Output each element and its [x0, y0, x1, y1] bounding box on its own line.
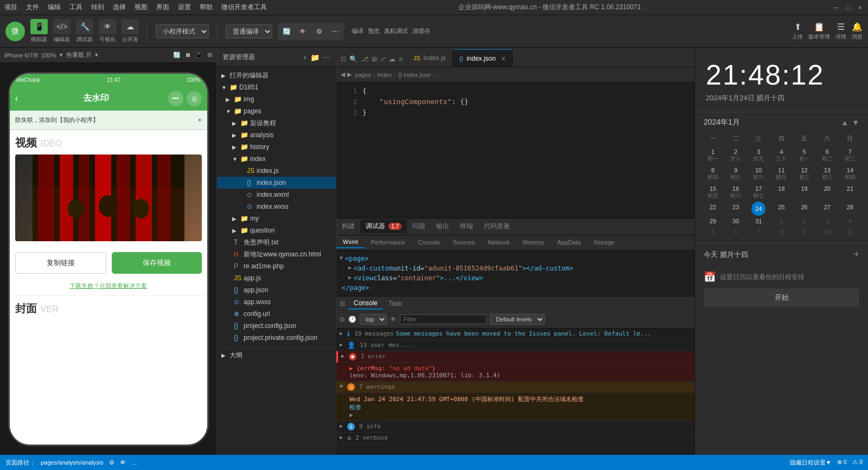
network-panel-tab[interactable]: Network [481, 237, 516, 248]
cal-day-n4[interactable]: 4 [839, 216, 861, 227]
cal-day-n1[interactable]: 1 [770, 216, 793, 227]
console-entry-info[interactable]: ▶ i 9 info [336, 421, 694, 433]
cal-day-n7[interactable]: 7 [747, 227, 770, 237]
bc-file[interactable]: {} index.json [398, 72, 431, 78]
branch-icon[interactable]: ⎇ [361, 55, 368, 63]
entry-expand-5[interactable]: ▶ [340, 423, 345, 429]
cal-day-n10[interactable]: 10 [816, 227, 839, 237]
cal-day-n9[interactable]: 9 [793, 227, 816, 237]
device-phone-icon[interactable]: 📱 [195, 51, 203, 59]
tab-close-icon[interactable]: × [501, 54, 506, 63]
cal-day-n11[interactable]: 11 [839, 227, 861, 237]
tree-item-index-folder[interactable]: ▼ 📁 index [217, 153, 336, 165]
cal-day-20[interactable]: 20 [816, 183, 839, 202]
eye-button[interactable]: 👁 [295, 24, 310, 39]
cal-day-7[interactable]: 7初三 [839, 146, 861, 165]
sources-panel-tab[interactable]: Sources [446, 237, 481, 248]
tab-index-json[interactable]: {} index.json × [453, 49, 513, 67]
tree-item-config-url[interactable]: ⊗ config.url [217, 308, 336, 320]
console-entry-messages[interactable]: ▶ ℹ 19 messages Some messages have been … [336, 329, 694, 340]
console-expand-icon[interactable]: ⊟ [340, 300, 345, 307]
close-button[interactable]: × [856, 4, 864, 11]
console-level-select[interactable]: Default levels [490, 314, 545, 325]
cal-day-9[interactable]: 9初八 [724, 165, 747, 183]
open-editors-header[interactable]: ▶ 打开的编辑器 [217, 69, 336, 81]
menu-edit[interactable]: 编辑 [48, 3, 61, 12]
memory-panel-tab[interactable]: Memory [516, 237, 551, 248]
statusbar-more-icon[interactable]: … [131, 459, 137, 466]
menu-project[interactable]: 项目 [4, 3, 17, 12]
menu-select[interactable]: 选择 [113, 3, 126, 12]
appdata-panel-tab[interactable]: AppData [551, 237, 587, 248]
menu-interface[interactable]: 界面 [156, 3, 169, 12]
tree-item-img[interactable]: ▶ 📁 img [217, 93, 336, 105]
expand-arrow-1[interactable]: ▼ [340, 255, 343, 261]
console-entry-warn[interactable]: ▼ ⚠ 7 warnings [336, 382, 694, 393]
settings-button[interactable]: ⚙ [311, 24, 327, 39]
window-controls[interactable]: ─ □ × [832, 4, 864, 11]
preview-label[interactable]: 预览 [368, 27, 380, 35]
expand-arrow-3[interactable]: ▶ [348, 274, 352, 280]
hot-reload-arrow[interactable]: ▾ [95, 51, 98, 59]
hot-reload-label[interactable]: 热重载 开 [66, 51, 92, 59]
new-file-icon[interactable]: + [303, 53, 307, 62]
bc-pages[interactable]: pages [355, 72, 371, 78]
cal-day-23[interactable]: 23 [724, 202, 747, 216]
performance-panel-tab[interactable]: Performance [365, 237, 412, 248]
console-clock-icon[interactable]: 🕐 [348, 316, 356, 323]
expand-icon[interactable]: ⤢ [380, 55, 386, 63]
cal-day-n2[interactable]: 2 [793, 216, 816, 227]
device-model[interactable]: iPhone 6/7/8 [4, 52, 38, 59]
cal-prev-btn[interactable]: ▲ [841, 118, 848, 127]
cal-day-19[interactable]: 19 [793, 183, 816, 202]
tree-item-history[interactable]: ▶ 📁 history [217, 141, 336, 153]
upload-tool[interactable]: ⬆ 上传 [792, 22, 803, 41]
terminal-tab[interactable]: 终端 [455, 220, 478, 233]
back-button[interactable]: ‹ [15, 93, 18, 104]
wxml-panel-tab[interactable]: Wxml [336, 236, 365, 248]
cal-day-11[interactable]: 11腊月 [770, 165, 793, 183]
tree-item-my[interactable]: ▶ 📁 my [217, 213, 336, 224]
menu-tools[interactable]: 工具 [69, 3, 82, 12]
outline-section[interactable]: ▶ 大纲 [217, 348, 336, 360]
banner-close-icon[interactable]: × [198, 117, 201, 123]
check-link[interactable]: 检查 [349, 403, 681, 411]
tree-item-jiashe[interactable]: ▶ 📁 架设教程 [217, 117, 336, 129]
cal-day-29[interactable]: 29 [701, 216, 724, 227]
console-filter-input[interactable] [400, 314, 487, 324]
menu-bar[interactable]: 项目 文件 编辑 工具 转到 选择 视图 界面 设置 帮助 微信开发者工具 [4, 3, 267, 12]
nav-forward-icon[interactable]: ▶ [347, 71, 352, 78]
cal-day-18[interactable]: 18 [770, 183, 793, 202]
compile-select[interactable]: 普通编译 [226, 24, 272, 38]
format-icon[interactable]: ≡ [399, 55, 403, 63]
menu-settings[interactable]: 设置 [178, 3, 191, 12]
cal-day-n6[interactable]: 6 [724, 227, 747, 237]
console-entry-error[interactable]: ▶ ● 1 error [336, 351, 694, 363]
console-entry-user[interactable]: ▶ 👤 13 user mes... [336, 340, 694, 351]
console-entry-verbose[interactable]: ▶ ≡ 2 verbose [336, 433, 694, 444]
tree-item-project-private[interactable]: {} project.private.config.json [217, 332, 336, 344]
cal-day-1[interactable]: 1初一 [701, 146, 724, 165]
tree-item-index-wxml[interactable]: ◇ index.wxml [217, 189, 336, 201]
tree-item-app-js[interactable]: JS app.js [217, 272, 336, 284]
debugger-tab[interactable]: 调试器 1,7 [360, 220, 407, 233]
issues-tab[interactable]: 问题 [407, 220, 431, 233]
simulator-tool[interactable]: 📱 模拟器 [30, 19, 48, 43]
tree-item-analysis[interactable]: ▶ 📁 analysis [217, 129, 336, 141]
new-folder-icon[interactable]: 📁 [310, 53, 320, 62]
tree-item-app-wxss[interactable]: ⊙ app.wxss [217, 296, 336, 308]
device-layout-icon[interactable]: ⊞ [207, 51, 212, 59]
details-tool[interactable]: ☰ 详情 [835, 22, 846, 41]
console-context-select[interactable]: top [360, 314, 387, 325]
tab-index-js[interactable]: JS index.js [407, 49, 453, 67]
codequality-tab[interactable]: 代码质量 [478, 220, 515, 233]
tree-item-disclaimer[interactable]: T 免责声明.txt [217, 236, 336, 248]
tree-item-index-js[interactable]: JS index.js [217, 165, 336, 177]
cal-day-27[interactable]: 27 [816, 202, 839, 216]
refresh-button[interactable]: 🔄 [279, 24, 294, 39]
message-tool[interactable]: 🔔 消息 [852, 22, 863, 41]
entry-expand-3[interactable]: ▶ [341, 353, 347, 359]
hide-schedule-btn[interactable]: 隐藏日程设置▼ [790, 459, 832, 467]
statusbar-eye-icon[interactable]: 👁 [120, 459, 126, 466]
cal-day-6[interactable]: 6初二 [816, 146, 839, 165]
